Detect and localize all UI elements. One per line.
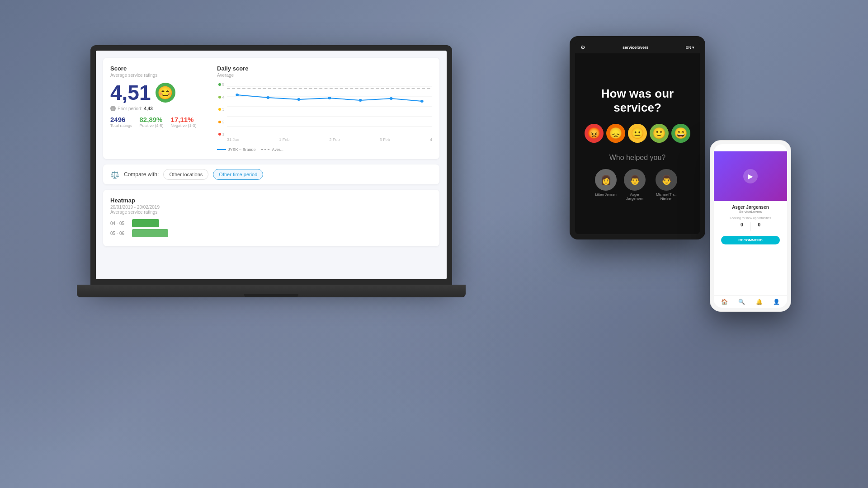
compare-label: Compare with: (124, 171, 159, 178)
profile-title: ServiceLovers (717, 210, 783, 214)
heatmap-bar-2 (132, 229, 168, 237)
heatmap-row-1: 04 - 05 (110, 219, 432, 227)
svg-point-7 (266, 96, 269, 99)
phone-nav-home[interactable]: 🏠 (721, 299, 728, 305)
chart-panel: Daily score Average 5 (217, 65, 432, 152)
heatmap-title: Heatmap (110, 197, 432, 204)
staff-name-2: Asger Jørgensen (621, 192, 648, 201)
staff-avatar-2: 👨 (624, 169, 646, 191)
staff-name-1: Litten Jensen (595, 192, 617, 197)
staff-item-2[interactable]: 👨 Asger Jørgensen (621, 169, 648, 201)
phone-status-bar: ··· (714, 144, 787, 151)
y-label-4: 4 (218, 95, 224, 99)
staff-avatar-3: 👨 (656, 169, 677, 191)
chart-svg (227, 82, 432, 136)
pstat-num-2: 0 (758, 222, 761, 227)
heatmap-card: Heatmap 20/01/2019 - 20/02/2019 Average … (103, 190, 439, 246)
compare-icon: ⚖️ (110, 170, 119, 179)
negative-value: 17,11% (171, 116, 197, 123)
heatmap-label-1: 04 - 05 (110, 221, 128, 226)
pstat-num-1: 0 (741, 222, 743, 227)
prior-period-row: i Prior period: 4,43 (110, 106, 210, 111)
laptop-frame: Score Average service ratings 4,51 😊 (90, 45, 452, 285)
phone-nav-notifications[interactable]: 🔔 (756, 299, 763, 305)
y-label-2: 2 (218, 120, 224, 124)
score-title: Score (110, 65, 210, 72)
svg-point-10 (359, 99, 362, 102)
score-smiley: 😊 (156, 83, 175, 103)
compare-row: ⚖️ Compare with: Other locations Other t… (103, 164, 439, 184)
emoji-btn-5[interactable]: 😄 (671, 124, 690, 143)
x-label-5: 4 (430, 137, 432, 145)
score-subtitle: Average service ratings (110, 73, 210, 78)
heatmap-date-range: 20/01/2019 - 20/02/2019 (110, 205, 432, 210)
x-label-4: 3 Feb (380, 137, 390, 145)
legend-avg: Aver... (261, 147, 283, 152)
svg-point-8 (297, 98, 300, 101)
tablet-frame: ⚙ servicelovers EN ▾ How was our service… (570, 36, 705, 239)
score-section: Score Average service ratings 4,51 😊 (110, 65, 432, 152)
scene-container: Score Average service ratings 4,51 😊 (0, 0, 868, 488)
staff-item-1[interactable]: 👩 Litten Jensen (595, 169, 617, 201)
y-label-5: 5 (218, 82, 224, 87)
tablet-lang[interactable]: EN ▾ (685, 45, 694, 50)
stats-divider (750, 222, 751, 231)
emoji-btn-3[interactable]: 😐 (628, 124, 647, 143)
recommend-button[interactable]: RECOMMEND (721, 236, 780, 244)
emoji-btn-4[interactable]: 🙂 (650, 124, 669, 143)
profile-stats: 0 0 (717, 222, 783, 231)
tablet-logo: servicelovers (623, 45, 649, 50)
play-button[interactable]: ▶ (743, 169, 758, 183)
tablet-settings-icon[interactable]: ⚙ (580, 44, 585, 51)
stats-row: 2496 Total ratings 82,89% Positive (4-5) (110, 116, 210, 128)
chart-legend: JYSK – Brande Aver... (217, 147, 432, 152)
positive-stat: 82,89% Positive (4-5) (140, 116, 164, 128)
total-ratings-value: 2496 (110, 116, 132, 123)
profile-name: Asger Jørgensen (717, 205, 783, 210)
x-label-3: 2 Feb (329, 137, 340, 145)
dashboard: Score Average service ratings 4,51 😊 (96, 51, 447, 279)
emoji-btn-2[interactable]: 😞 (606, 124, 625, 143)
profile-hero: ▶ (714, 151, 787, 201)
who-helped-text: Who helped you? (609, 154, 666, 162)
how-was-question: How was our service? (582, 87, 693, 115)
laptop-base (77, 285, 466, 297)
other-time-period-button[interactable]: Other time period (213, 169, 263, 180)
staff-item-3[interactable]: 👨 Michael Th... Nielsen (653, 169, 680, 201)
chart-subtitle: Average (217, 73, 432, 78)
prior-value: 4,43 (144, 106, 152, 111)
y-label-1: 1 (218, 132, 224, 136)
profile-info: Asger Jørgensen ServiceLovers Looking fo… (714, 201, 787, 252)
chart-svg-container (227, 82, 432, 136)
positive-label: Positive (4-5) (140, 123, 164, 128)
svg-point-6 (236, 94, 239, 96)
phone-content: ▶ Asger Jørgensen ServiceLovers Looking … (714, 151, 787, 295)
staff-row: 👩 Litten Jensen 👨 Asger Jørgensen 👨 Mich… (595, 169, 680, 201)
phone-nav-profile[interactable]: 👤 (773, 299, 780, 305)
legend-jysk-line (217, 149, 226, 150)
info-icon: i (110, 106, 116, 111)
other-locations-button[interactable]: Other locations (163, 169, 208, 180)
y-label-3: 3 (218, 107, 224, 112)
staff-name-3: Michael Th... Nielsen (653, 192, 680, 201)
laptop-device: Score Average service ratings 4,51 😊 (90, 45, 475, 339)
heatmap-row-2: 05 - 06 (110, 229, 432, 237)
negative-label: Negative (1-3) (171, 123, 197, 128)
chart-title: Daily score (217, 65, 432, 72)
staff-avatar-1: 👩 (595, 169, 617, 191)
legend-jysk: JYSK – Brande (217, 147, 256, 152)
tablet-body: How was our service? 😡 😞 😐 🙂 😄 Who helpe… (575, 53, 700, 234)
x-label-2: 1 Feb (279, 137, 289, 145)
emoji-row: 😡 😞 😐 🙂 😄 (585, 124, 690, 143)
phone-nav-search[interactable]: 🔍 (738, 299, 745, 305)
emoji-btn-1[interactable]: 😡 (585, 124, 604, 143)
svg-point-11 (390, 97, 393, 100)
pstat-1: 0 (741, 222, 743, 231)
score-chart-card: Score Average service ratings 4,51 😊 (103, 58, 439, 159)
dashboard-content: Score Average service ratings 4,51 😊 (96, 51, 447, 253)
chart-x-labels: 31 Jan 1 Feb 2 Feb 3 Feb 4 (227, 137, 432, 145)
profile-subtitle: Looking for new opportunities (717, 216, 783, 220)
chart-y-labels: 5 4 3 (217, 82, 226, 136)
heatmap-bar-1 (132, 219, 159, 227)
total-ratings-stat: 2496 Total ratings (110, 116, 132, 128)
